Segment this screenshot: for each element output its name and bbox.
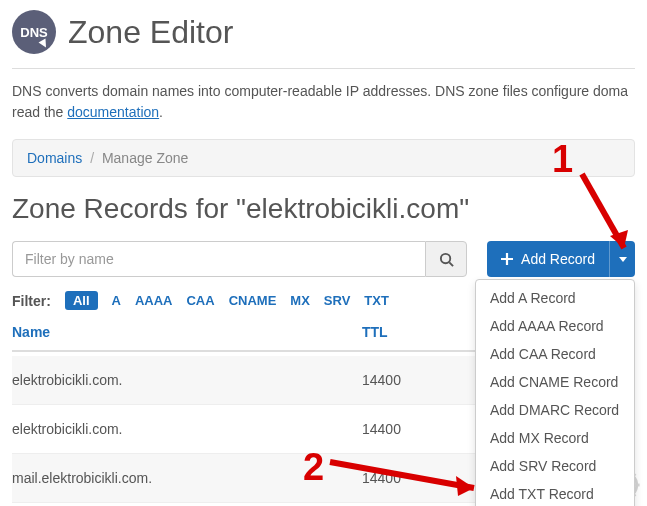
page-title: Zone Records for "elektrobicikli.com": [0, 193, 647, 241]
add-record-caret-button[interactable]: [609, 241, 635, 277]
filter-txt[interactable]: TXT: [364, 293, 389, 308]
search-button[interactable]: [425, 241, 467, 277]
dns-icon-text: DNS: [20, 25, 47, 40]
documentation-link[interactable]: documentation: [67, 104, 159, 120]
page-header: DNS Zone Editor: [0, 0, 647, 68]
svg-line-1: [449, 262, 453, 266]
filter-input[interactable]: [12, 241, 425, 277]
add-record-group: Add Record Add A Record Add AAAA Record …: [487, 241, 635, 277]
divider: [12, 68, 635, 69]
plus-icon: [501, 253, 513, 265]
cell-name: elektrobicikli.com.: [12, 372, 362, 388]
breadcrumb-domains-link[interactable]: Domains: [27, 150, 82, 166]
filter-all[interactable]: All: [65, 291, 98, 310]
intro-text: DNS converts domain names into computer-…: [0, 81, 647, 139]
dropdown-add-txt[interactable]: Add TXT Record: [476, 480, 634, 506]
search-icon: [439, 252, 454, 267]
add-record-label: Add Record: [521, 251, 595, 267]
breadcrumb-separator: /: [90, 150, 94, 166]
dropdown-add-cname[interactable]: Add CNAME Record: [476, 368, 634, 396]
add-record-button[interactable]: Add Record: [487, 241, 609, 277]
dropdown-add-dmarc[interactable]: Add DMARC Record: [476, 396, 634, 424]
breadcrumb: Domains / Manage Zone: [12, 139, 635, 177]
dropdown-add-caa[interactable]: Add CAA Record: [476, 340, 634, 368]
search-group: [12, 241, 467, 277]
dropdown-add-a[interactable]: Add A Record: [476, 284, 634, 312]
controls-row: Add Record Add A Record Add AAAA Record …: [0, 241, 647, 291]
filter-mx[interactable]: MX: [290, 293, 310, 308]
dns-icon: DNS: [12, 10, 56, 54]
cell-name: mail.elektrobicikli.com.: [12, 470, 362, 486]
chevron-down-icon: [619, 257, 627, 262]
dropdown-add-srv[interactable]: Add SRV Record: [476, 452, 634, 480]
intro-line1: DNS converts domain names into computer-…: [12, 83, 628, 99]
svg-point-0: [440, 253, 449, 262]
filter-label: Filter:: [12, 293, 51, 309]
intro-line2: read the: [12, 104, 67, 120]
filter-cname[interactable]: CNAME: [229, 293, 277, 308]
dropdown-add-mx[interactable]: Add MX Record: [476, 424, 634, 452]
filter-aaaa[interactable]: AAAA: [135, 293, 173, 308]
filter-a[interactable]: A: [112, 293, 121, 308]
col-name[interactable]: Name: [12, 324, 362, 340]
cell-name: elektrobicikli.com.: [12, 421, 362, 437]
filter-srv[interactable]: SRV: [324, 293, 351, 308]
dropdown-add-aaaa[interactable]: Add AAAA Record: [476, 312, 634, 340]
filter-caa[interactable]: CAA: [186, 293, 214, 308]
app-title: Zone Editor: [68, 14, 233, 51]
breadcrumb-current: Manage Zone: [102, 150, 188, 166]
add-record-dropdown: Add A Record Add AAAA Record Add CAA Rec…: [475, 279, 635, 506]
